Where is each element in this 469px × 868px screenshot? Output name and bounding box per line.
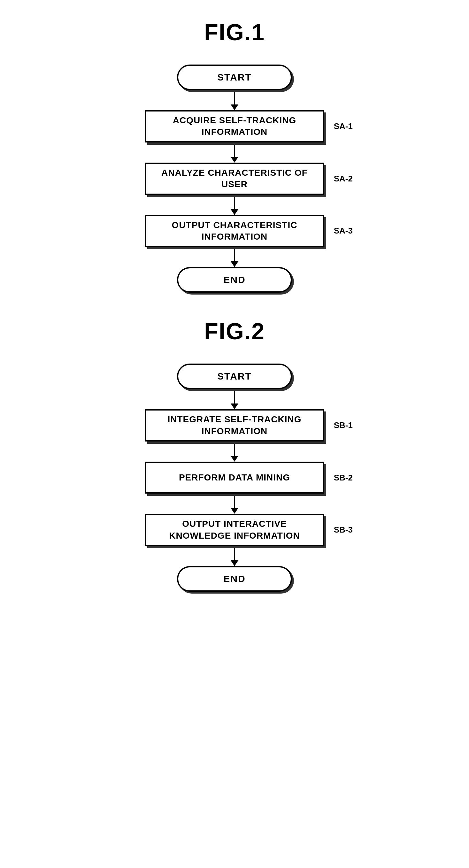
arrow-line: [234, 389, 235, 403]
fig1-step-sa2-wrapper: ANALYZE CHARACTERISTIC OFUSER SA-2: [91, 163, 378, 195]
fig1-step-sa2: ANALYZE CHARACTERISTIC OFUSER: [145, 163, 324, 195]
arrow-head: [231, 456, 238, 462]
fig2-step-sb1-wrapper: INTEGRATE SELF-TRACKINGINFORMATION SB-1: [91, 409, 378, 441]
arrow-line: [234, 546, 235, 560]
fig2-step-sb3: OUTPUT INTERACTIVEKNOWLEDGE INFORMATION: [145, 514, 324, 546]
fig2-step-sb2: PERFORM DATA MINING: [145, 462, 324, 494]
arrow-head: [231, 403, 238, 409]
fig1-start-label: START: [217, 72, 252, 83]
fig1-flowchart: START ACQUIRE SELF-TRACKINGINFORMATION S…: [91, 65, 378, 292]
fig2-sb1-text: INTEGRATE SELF-TRACKINGINFORMATION: [167, 414, 301, 437]
fig2-sb1-label: SB-1: [334, 421, 353, 430]
fig2-sb3-text: OUTPUT INTERACTIVEKNOWLEDGE INFORMATION: [169, 518, 300, 541]
arrow-fig2-3: [231, 494, 238, 514]
fig2-start-label: START: [217, 371, 252, 382]
arrow-line: [234, 195, 235, 209]
fig2-title: FIG.2: [204, 318, 265, 344]
fig1-sa1-label: SA-1: [334, 121, 353, 131]
arrow-head: [231, 508, 238, 514]
fig1-step-sa1-wrapper: ACQUIRE SELF-TRACKINGINFORMATION SA-1: [91, 110, 378, 143]
fig1-start-terminal: START: [177, 65, 292, 90]
arrow-line: [234, 247, 235, 261]
arrow-fig1-1: [231, 90, 238, 110]
fig2-sb2-text: PERFORM DATA MINING: [179, 472, 290, 483]
fig2-sb2-label: SB-2: [334, 473, 353, 483]
fig1-sa1-text: ACQUIRE SELF-TRACKINGINFORMATION: [173, 115, 296, 138]
fig2-end-wrapper: END: [91, 566, 378, 592]
fig2-step-sb2-wrapper: PERFORM DATA MINING SB-2: [91, 462, 378, 494]
fig2-step-sb1: INTEGRATE SELF-TRACKINGINFORMATION: [145, 409, 324, 441]
arrow-fig2-2: [231, 441, 238, 462]
fig2-step-sb3-wrapper: OUTPUT INTERACTIVEKNOWLEDGE INFORMATION …: [91, 514, 378, 546]
fig1-start-wrapper: START: [91, 65, 378, 90]
arrow-fig1-2: [231, 143, 238, 163]
arrow-fig1-3: [231, 195, 238, 215]
arrow-fig1-4: [231, 247, 238, 267]
arrow-head: [231, 261, 238, 267]
arrow-line: [234, 441, 235, 456]
arrow-fig2-1: [231, 389, 238, 409]
fig1-end-terminal: END: [177, 267, 292, 292]
fig2-end-label: END: [223, 574, 245, 584]
fig2-end-terminal: END: [177, 566, 292, 592]
arrow-line: [234, 143, 235, 157]
fig1-title: FIG.1: [204, 19, 265, 45]
fig1-container: FIG.1 START ACQUIRE SELF-TRACKINGINFORMA…: [0, 19, 469, 292]
fig1-sa3-text: OUTPUT CHARACTERISTICINFORMATION: [172, 219, 298, 243]
arrow-head: [231, 560, 238, 566]
fig2-flowchart: START INTEGRATE SELF-TRACKINGINFORMATION…: [91, 364, 378, 592]
fig1-end-label: END: [223, 274, 245, 285]
fig1-step-sa1: ACQUIRE SELF-TRACKINGINFORMATION: [145, 110, 324, 143]
fig2-start-wrapper: START: [91, 364, 378, 389]
fig1-sa3-label: SA-3: [334, 226, 353, 236]
arrow-head: [231, 209, 238, 215]
arrow-fig2-4: [231, 546, 238, 566]
arrow-line: [234, 494, 235, 508]
arrow-head: [231, 157, 238, 163]
fig2-start-terminal: START: [177, 364, 292, 389]
arrow-head: [231, 104, 238, 110]
fig1-sa2-label: SA-2: [334, 174, 353, 184]
fig1-step-sa3-wrapper: OUTPUT CHARACTERISTICINFORMATION SA-3: [91, 215, 378, 247]
fig1-sa2-text: ANALYZE CHARACTERISTIC OFUSER: [161, 167, 308, 190]
arrow-line: [234, 90, 235, 104]
fig1-end-wrapper: END: [91, 267, 378, 292]
fig1-step-sa3: OUTPUT CHARACTERISTICINFORMATION: [145, 215, 324, 247]
fig2-container: FIG.2 START INTEGRATE SELF-TRACKINGINFOR…: [0, 318, 469, 592]
fig2-sb3-label: SB-3: [334, 525, 353, 535]
